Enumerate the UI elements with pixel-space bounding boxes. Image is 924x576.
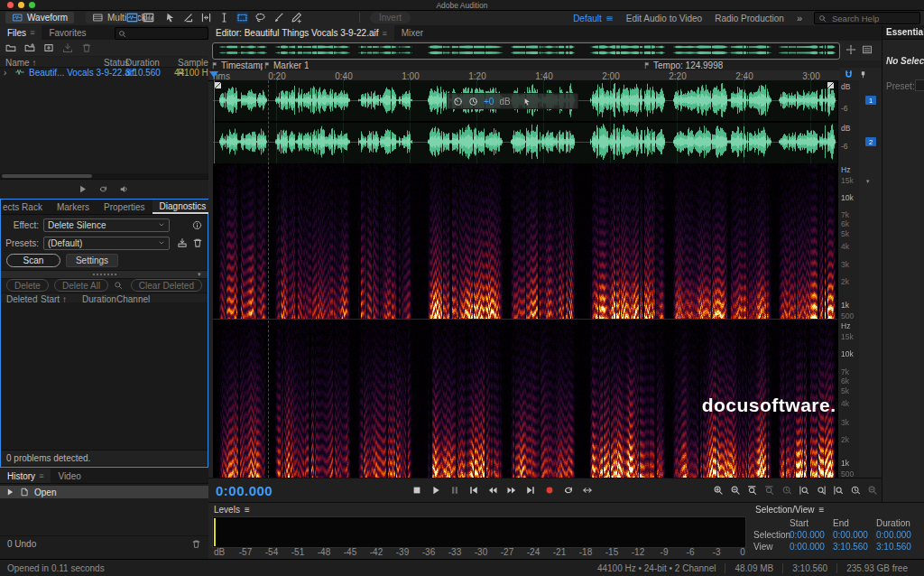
selection-start[interactable]: 0:00.000 bbox=[790, 530, 833, 540]
file-name[interactable]: Beautif... Vocals 3-9-22.aif bbox=[29, 68, 134, 78]
search-icon[interactable] bbox=[114, 281, 123, 290]
loop-playback-icon[interactable] bbox=[563, 485, 574, 496]
new-file-icon[interactable] bbox=[43, 42, 54, 53]
spot-healing-brush-tool-icon[interactable] bbox=[291, 12, 302, 23]
workspace-edit-audio-to-video[interactable]: Edit Audio to Video bbox=[626, 14, 702, 23]
clear-deleted-button[interactable]: Clear Deleted bbox=[131, 279, 202, 292]
zoom-reset-icon[interactable] bbox=[850, 485, 861, 496]
tab-editor[interactable]: Editor: Beautiful Things Vocals 3-9-22.a… bbox=[208, 25, 394, 41]
import-file-icon[interactable] bbox=[24, 42, 35, 53]
selection-duration[interactable]: 0:00.000 bbox=[876, 530, 919, 540]
snap-magnet-icon[interactable] bbox=[844, 70, 854, 79]
marker-timestamp[interactable]: Timestamp: 158 bbox=[212, 60, 263, 70]
fade-in-handle[interactable] bbox=[215, 82, 221, 88]
loop-icon[interactable] bbox=[98, 184, 108, 194]
fade-out-handle[interactable] bbox=[827, 82, 834, 88]
overview-menu-icon[interactable] bbox=[862, 44, 873, 55]
trash-icon[interactable] bbox=[191, 539, 201, 549]
insert-into-multitrack-icon[interactable] bbox=[62, 42, 73, 53]
fast-forward-icon[interactable] bbox=[506, 485, 517, 496]
razor-tool-icon[interactable] bbox=[182, 12, 194, 23]
files-search-box[interactable] bbox=[115, 27, 208, 40]
frequency-ruler-2[interactable]: Hz15k10k7k6k5k4k3k2k1k500 bbox=[837, 320, 860, 478]
channel-1-badge[interactable]: 1 bbox=[865, 96, 876, 105]
time-selection-tool-icon[interactable] bbox=[218, 12, 230, 23]
tab-video[interactable]: Video bbox=[51, 469, 88, 483]
view-end[interactable]: 3:10.560 bbox=[833, 542, 876, 552]
waveform-mode-button[interactable]: Waveform bbox=[5, 12, 74, 23]
delete-file-icon[interactable] bbox=[81, 42, 92, 53]
gain-knob-icon[interactable] bbox=[453, 97, 463, 107]
save-preset-icon[interactable] bbox=[177, 237, 188, 248]
info-icon[interactable] bbox=[192, 220, 202, 230]
settings-button[interactable]: Settings bbox=[66, 254, 118, 267]
skip-selection-icon[interactable] bbox=[582, 485, 593, 496]
zoom-out-full-icon[interactable] bbox=[867, 485, 878, 496]
tab-properties[interactable]: Properties bbox=[97, 200, 152, 214]
zoom-in-left-icon[interactable] bbox=[799, 485, 809, 496]
paintbrush-selection-tool-icon[interactable] bbox=[273, 12, 284, 23]
history-item-open[interactable]: Open bbox=[0, 486, 208, 498]
tab-essential-sound[interactable]: Essential Sound bbox=[882, 25, 924, 40]
zoom-selection-icon[interactable] bbox=[833, 485, 844, 496]
panel-menu-icon[interactable]: ≡ bbox=[245, 505, 250, 515]
zoom-out-time-icon[interactable] bbox=[730, 485, 741, 496]
frequency-ruler-1[interactable]: Hz15k10k7k6k5k4k3k2k1k500 bbox=[837, 163, 860, 320]
invert-button[interactable]: Invert bbox=[370, 12, 411, 23]
open-file-icon[interactable] bbox=[5, 42, 16, 53]
marker-pin-icon[interactable] bbox=[859, 70, 867, 79]
rewind-icon[interactable] bbox=[487, 485, 498, 496]
zoom-out-amplitude-icon[interactable] bbox=[781, 485, 792, 496]
search-help-input[interactable] bbox=[830, 13, 911, 24]
effect-dropdown[interactable]: Delete Silence bbox=[43, 218, 170, 232]
selection-end[interactable]: 0:00.000 bbox=[833, 530, 876, 540]
file-row[interactable]: › Beautif... Vocals 3-9-22.aif 3:10.560 … bbox=[0, 67, 208, 78]
record-icon[interactable] bbox=[544, 485, 555, 496]
move-tool-icon[interactable] bbox=[164, 12, 176, 23]
tab-effects-rack[interactable]: ects Rack bbox=[1, 200, 50, 214]
marquee-selection-tool-icon[interactable] bbox=[236, 12, 248, 23]
workspace-default-button[interactable]: Default bbox=[573, 14, 614, 23]
playhead-line[interactable] bbox=[214, 80, 215, 163]
panel-menu-icon[interactable]: ≡ bbox=[39, 471, 43, 480]
marker-1[interactable]: Marker 1 bbox=[264, 60, 309, 70]
delete-button[interactable]: Delete bbox=[6, 279, 49, 292]
expand-chevron-icon[interactable]: › bbox=[4, 68, 6, 78]
panel-menu-icon[interactable]: ≡ bbox=[818, 505, 824, 515]
zoom-in-right-icon[interactable] bbox=[816, 485, 827, 496]
playhead-time-display[interactable]: 0:00.000 bbox=[216, 483, 273, 498]
tab-files[interactable]: Files≡ bbox=[0, 25, 42, 40]
search-help-box[interactable] bbox=[814, 12, 920, 24]
hud-gain-value[interactable]: +0 bbox=[484, 97, 494, 107]
panel-menu-icon[interactable]: ≡ bbox=[382, 29, 386, 38]
tab-markers[interactable]: Markers bbox=[50, 200, 97, 214]
delete-all-button[interactable]: Delete All bbox=[54, 279, 108, 292]
file-overview-strip[interactable] bbox=[212, 42, 840, 60]
skip-to-start-icon[interactable] bbox=[468, 485, 479, 496]
amplitude-ruler[interactable]: dB-6dB-6 bbox=[837, 80, 860, 163]
slip-tool-icon[interactable] bbox=[200, 12, 212, 23]
zoom-full-icon[interactable] bbox=[747, 485, 758, 496]
view-start[interactable]: 0:00.000 bbox=[790, 542, 833, 552]
scan-button[interactable]: Scan bbox=[6, 254, 60, 267]
tab-favorites[interactable]: Favorites bbox=[42, 25, 93, 40]
playhead-handle[interactable] bbox=[209, 71, 218, 78]
marker-tempo[interactable]: Tempo: 124.9998 bbox=[644, 60, 723, 70]
workspace-overflow-button[interactable]: » bbox=[797, 13, 801, 23]
zoom-in-time-icon[interactable] bbox=[713, 485, 724, 496]
diagnostics-splitter[interactable]: ▾ bbox=[1, 270, 208, 279]
spectral-view-icon[interactable] bbox=[143, 12, 154, 23]
gain-hud[interactable]: +0 dB bbox=[447, 93, 578, 109]
play-icon[interactable] bbox=[78, 184, 88, 194]
pause-icon[interactable] bbox=[449, 485, 460, 496]
skip-to-end-icon[interactable] bbox=[525, 485, 536, 496]
spectral-display-channel-1[interactable] bbox=[213, 163, 837, 320]
lasso-selection-tool-icon[interactable] bbox=[254, 12, 266, 23]
levels-meter[interactable] bbox=[212, 516, 746, 548]
essential-preset-dropdown[interactable] bbox=[915, 79, 924, 91]
tab-history[interactable]: History≡ bbox=[0, 469, 51, 483]
workspace-radio-production[interactable]: Radio Production bbox=[715, 14, 784, 23]
panel-menu-icon[interactable]: ≡ bbox=[30, 28, 34, 37]
stop-icon[interactable] bbox=[411, 485, 422, 496]
collapse-chevron-icon[interactable]: ▾ bbox=[866, 178, 870, 185]
